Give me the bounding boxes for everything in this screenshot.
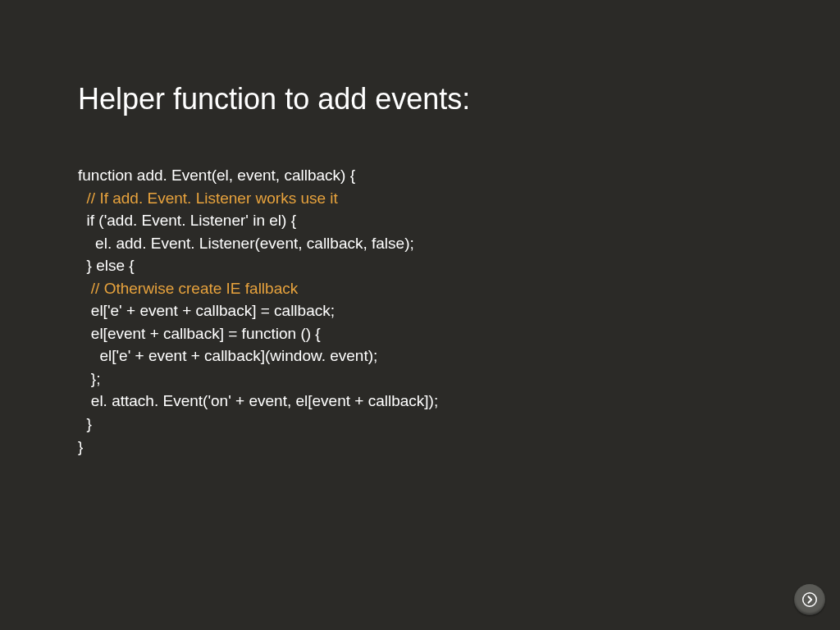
code-line: } else { bbox=[78, 257, 135, 274]
code-comment: // If add. Event. Listener works use it bbox=[87, 189, 338, 207]
code-indent bbox=[78, 280, 91, 297]
code-line: el. attach. Event('on' + event, el[event… bbox=[78, 392, 438, 409]
code-line: if ('add. Event. Listener' in el) { bbox=[78, 212, 296, 229]
next-button[interactable] bbox=[794, 584, 825, 615]
code-line: }; bbox=[78, 370, 100, 387]
code-line: function add. Event(el, event, callback)… bbox=[78, 167, 355, 184]
code-line: } bbox=[78, 415, 92, 432]
code-line: } bbox=[78, 438, 83, 455]
code-line: el. add. Event. Listener(event, callback… bbox=[78, 235, 414, 252]
slide-title: Helper function to add events: bbox=[78, 82, 762, 116]
code-block: function add. Event(el, event, callback)… bbox=[78, 164, 762, 458]
code-comment: // Otherwise create IE fallback bbox=[91, 280, 298, 297]
code-indent bbox=[78, 189, 87, 207]
slide: Helper function to add events: function … bbox=[0, 0, 840, 458]
code-line: el['e' + event + callback] = callback; bbox=[78, 302, 335, 319]
svg-point-0 bbox=[803, 593, 817, 607]
chevron-right-icon bbox=[802, 592, 817, 607]
code-line: el['e' + event + callback](window. event… bbox=[78, 347, 377, 364]
code-line: el[event + callback] = function () { bbox=[78, 325, 321, 342]
